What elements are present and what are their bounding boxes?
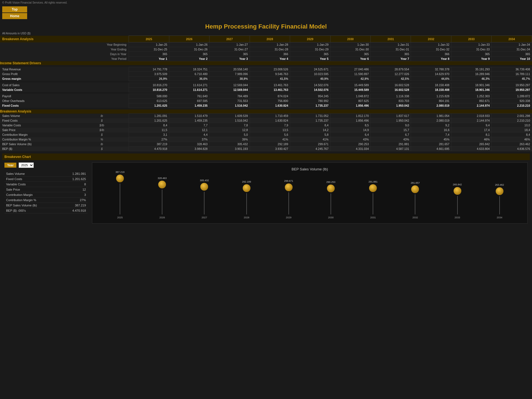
unit-bep-dollar: $ (75, 147, 129, 151)
list-item: Contribution Margin % 27% (4, 198, 88, 203)
label-be-bep-dollar: BEP ($) (0, 147, 75, 151)
summary-variable-costs-value: 8 (60, 182, 88, 187)
label-be-sales-volume: Sales Volume (0, 114, 75, 118)
label-be-fixed-costs: Fixed Costs (0, 118, 75, 123)
copyright-text: © Profit Vision Financial Services. All … (2, 1, 67, 4)
summary-bep-sales-volume-label: BEP Sales Volume (lb) (4, 203, 60, 208)
bar-circle (369, 184, 377, 192)
list-item: 299.6712029 (284, 180, 293, 219)
bar-stem (288, 192, 289, 214)
main-table: Breakeven Analysis 2025 2026 2027 2028 2… (0, 35, 532, 151)
summary-bep-dollar-label: BEP ($) -000's (4, 208, 60, 213)
summary-variable-costs-label: Variable Costs (4, 182, 60, 187)
list-item: 290.2532030 (326, 181, 336, 219)
summary-contribution-margin-label: Contribution Margin (4, 192, 60, 198)
col-2027: 2027 (209, 36, 250, 42)
list-item: 291.8812031 (369, 180, 378, 219)
list-item: Fixed Costs 1.201.625 (4, 177, 88, 182)
top-button[interactable]: Top (2, 6, 27, 12)
bar-circle (411, 185, 419, 193)
bar-value: 387.219 (116, 171, 125, 173)
list-item: 328.4632026 (158, 177, 167, 219)
bottom-section: Year 20252026202720282029203020312032203… (2, 162, 530, 226)
bar-value: 265.842 (453, 183, 462, 186)
bar-circle (116, 175, 124, 182)
bar-stem (373, 193, 373, 214)
col-2033: 2033 (451, 36, 491, 42)
bar-label: 2028 (244, 216, 249, 219)
summary-bep-dollar-value: 4.470.918 (60, 208, 88, 213)
table-row: Contribution Margin $ 3,1 4,4 5,0 5,6 5,… (0, 132, 532, 137)
year-select[interactable]: 2025202620272028202920302031203220332034 (19, 162, 34, 168)
summary-contribution-margin-pct-label: Contribution Margin % (4, 198, 60, 203)
col-2026: 2026 (169, 36, 209, 42)
bar-circle (200, 183, 208, 191)
list-item: 281.6572032 (411, 181, 420, 219)
bar-value: 263.462 (495, 183, 504, 186)
bar-stem (415, 194, 415, 214)
list-item: Variable Costs 8 (4, 182, 88, 187)
unit-bep-sales-volume: lb (75, 142, 129, 147)
table-row: Variable Costs 10.816.270 11.614.271 12.… (0, 87, 532, 92)
home-button[interactable]: Home (2, 13, 27, 19)
label-be-sale-price: Sale Price (0, 128, 75, 132)
bar-circle (285, 183, 293, 191)
label-other-overheads: Other Overheads (0, 98, 129, 103)
summary-contribution-margin-pct-value: 27% (60, 198, 88, 203)
bar-label: 2034 (497, 216, 502, 219)
bar-circle (158, 181, 166, 188)
bar-circle (243, 184, 250, 192)
bar-stem (457, 196, 458, 214)
row-label-days: Days in Year (75, 52, 129, 57)
table-row: Cost of Sales 10.816.270 11.614.271 12.5… (0, 83, 532, 87)
bar-stem (204, 192, 204, 214)
summary-contribution-margin-value: 3 (60, 192, 88, 198)
bar-value: 305.432 (200, 179, 209, 182)
unit-contribution-margin: $ (75, 132, 129, 137)
list-item: BEP Sales Volume (lb) 387.219 (4, 203, 88, 208)
chart-area: BEP Sales Volume (lb) 387.2192025328.463… (92, 162, 528, 224)
table-row: Contribution Margin % % 27% 37% 39% 41% … (0, 137, 532, 142)
label-fixed-costs: Fixed Costs (0, 103, 129, 108)
breakeven-chart-section: Breakeven Chart Year 2025202620272028202… (0, 151, 532, 228)
bar-stem (162, 190, 162, 214)
bar-value: 290.253 (326, 181, 336, 183)
list-item: 263.4622034 (495, 183, 504, 219)
label-gross-margin: Gross margin (0, 76, 129, 81)
table-row: Fixed Costs $ 1.201.625 1.459.235 1.516.… (0, 118, 532, 123)
list-item: BEP ($) -000's 4.470.918 (4, 208, 88, 213)
table-row: Variable Costs $/lb 8,4 7,7 7,8 7,9 8,4 … (0, 123, 532, 128)
bar-value: 292.189 (242, 180, 251, 183)
summary-table: Sales Volume 1.281.091 Fixed Costs 1.201… (4, 171, 88, 213)
currency-note: All Amounts in USD ($) (0, 31, 532, 35)
label-be-contribution-margin: Contribution Margin (0, 132, 75, 137)
label-variable-costs: Variable Costs (0, 87, 129, 92)
bar-circle (454, 187, 461, 195)
bar-label: 2029 (286, 216, 291, 219)
bar-label: 2031 (370, 216, 376, 219)
col-2032: 2032 (411, 36, 451, 42)
list-item: 292.1892028 (242, 180, 251, 219)
summary-sale-price-value: 12 (60, 187, 88, 192)
bar-label: 2032 (412, 216, 418, 219)
list-item: Sales Volume 1.281.091 (4, 171, 88, 177)
row-label-year-beginning: Year Beginning (75, 42, 129, 47)
label-be-variable-costs: Variable Costs (0, 123, 75, 128)
unit-variable-costs: $/lb (75, 123, 129, 128)
bar-label: 2027 (201, 216, 207, 219)
bar-label: 2026 (159, 216, 165, 219)
section-income-drivers: Income Statement Drivers (0, 61, 532, 65)
table-row: BEP Sales Volume (lb) lb 387.219 328.463… (0, 142, 532, 147)
bar-value: 291.881 (369, 180, 378, 183)
col-2031: 2031 (371, 36, 411, 42)
table-row: Sale Price $/lb 11,5 12,1 12,8 13,5 14,2… (0, 128, 532, 132)
table-row: Year Period Year 1 Year 2 Year 3 Year 4 … (0, 57, 532, 61)
row-label-period: Year Period (75, 57, 129, 61)
summary-bep-sales-volume-value: 387.219 (60, 203, 88, 208)
unit-sales-volume: lb (75, 114, 129, 118)
col-2030: 2030 (330, 36, 370, 42)
list-item: 265.8422033 (453, 183, 462, 219)
list-item: 387.2192025 (116, 171, 125, 219)
col-2028: 2028 (250, 36, 290, 42)
label-gross-profit: Gross Profit (0, 71, 129, 76)
